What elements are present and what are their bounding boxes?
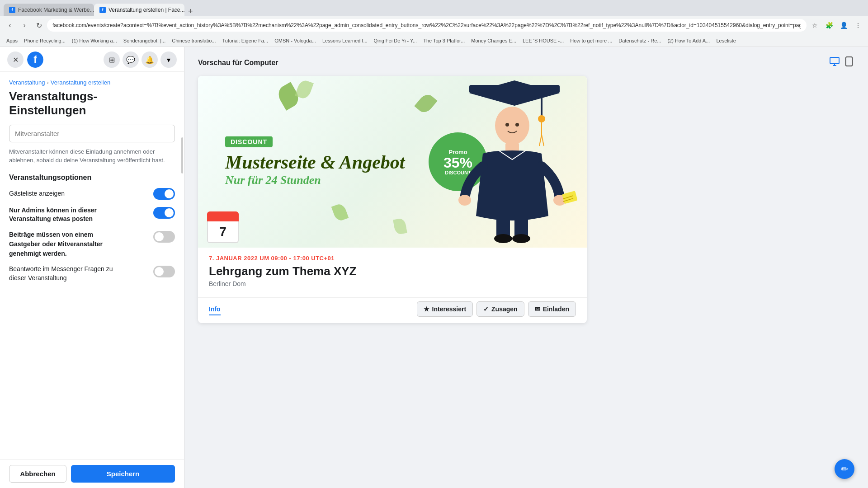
bookmark-5[interactable]: Chinese translatio... [169, 37, 218, 44]
option-approval-row: Beiträge müssen von einemGastgeber oder … [9, 230, 175, 258]
fb-logo-area: ✕ f [7, 52, 43, 68]
pen-icon: ✏ [841, 464, 849, 474]
bookmark-4[interactable]: Sonderangebot! |... [121, 37, 168, 44]
fb-icon-bar: ✕ f ⊞ 💬 🔔 ▾ [0, 47, 184, 72]
svg-point-14 [458, 195, 471, 206]
svg-line-9 [542, 135, 544, 146]
left-panel-footer: Abbrechen Speichern [0, 459, 184, 488]
page-title: Veranstaltungs- Einstellungen [9, 89, 175, 117]
left-panel-body: Veranstaltung › Veranstaltung erstellen … [0, 72, 184, 459]
cancel-button[interactable]: Abbrechen [9, 465, 66, 483]
grid-icon: ⊞ [109, 56, 115, 64]
messenger-icon-btn[interactable]: 💬 [123, 52, 139, 68]
breadcrumb: Veranstaltung › Veranstaltung erstellen [9, 79, 175, 86]
close-icon: ✕ [13, 56, 19, 64]
attend-label: Zusagen [491, 305, 518, 313]
calendar-top [207, 211, 239, 221]
fb-nav-icons: ⊞ 💬 🔔 ▾ [104, 52, 177, 68]
toggle-approval[interactable] [153, 231, 175, 243]
tab-2[interactable]: f Veranstaltung erstellen | Face... ✕ [94, 4, 184, 16]
svg-point-21 [494, 234, 512, 243]
desktop-icon [829, 56, 840, 67]
right-panel: Vorschau für Computer [184, 47, 868, 488]
bookmark-12[interactable]: LEE 'S HOUSE -... [520, 37, 566, 44]
toggle-messenger[interactable] [153, 266, 175, 277]
forward-button[interactable]: › [18, 19, 31, 32]
interested-button[interactable]: ★ Interessiert [417, 301, 473, 317]
menu-button[interactable]: ⋮ [852, 19, 864, 32]
edit-pen-button[interactable]: ✏ [835, 459, 854, 479]
breadcrumb-current: Veranstaltung erstellen [51, 79, 110, 86]
page-title-line2: Einstellungen [9, 103, 86, 117]
invite-label: Einladen [543, 305, 569, 313]
bookmark-3[interactable]: (1) How Working a... [69, 37, 120, 44]
address-input[interactable] [47, 19, 807, 32]
bell-icon-btn[interactable]: 🔔 [142, 52, 158, 68]
tab-1[interactable]: f Facebook Marketing & Werbe... ✕ [4, 4, 94, 16]
chevron-icon-btn[interactable]: ▾ [160, 52, 177, 68]
check-icon: ✓ [483, 305, 489, 313]
leaf-5 [393, 218, 407, 235]
new-tab-button[interactable]: + [184, 7, 197, 16]
bookmark-leseliste[interactable]: Leseliste [713, 37, 738, 44]
extension-button[interactable]: 🧩 [823, 19, 835, 32]
bookmark-11[interactable]: Money Changes E... [468, 37, 519, 44]
preview-header: Vorschau für Computer [198, 56, 854, 70]
graduation-svg [442, 76, 578, 248]
svg-marker-4 [469, 80, 560, 106]
svg-point-11 [505, 123, 509, 127]
bookmark-apps[interactable]: Apps [4, 37, 20, 44]
svg-point-12 [515, 123, 519, 127]
breadcrumb-parent[interactable]: Veranstaltung [9, 79, 45, 86]
mobile-view-button[interactable] [844, 56, 854, 70]
invite-button[interactable]: ✉ Einladen [528, 301, 576, 317]
close-icon-btn[interactable]: ✕ [7, 52, 24, 68]
star-icon: ★ [424, 305, 429, 313]
bookmark-15[interactable]: (2) How To Add A... [665, 37, 712, 44]
profile-button[interactable]: 👤 [837, 19, 850, 32]
toggle-messenger-slider [153, 266, 175, 277]
bookmark-button[interactable]: ☆ [808, 19, 821, 32]
option-admin-only-label: Nur Admins können in dieserVeranstaltung… [9, 206, 153, 224]
bookmark-2[interactable]: Phone Recycling... [21, 37, 68, 44]
banner-text-block: DISCOUNT Musterseite & Angebot Nur für 2… [225, 136, 405, 187]
attend-button[interactable]: ✓ Zusagen [476, 301, 524, 317]
breadcrumb-separator: › [47, 79, 49, 86]
cohost-input[interactable] [9, 125, 175, 142]
chevron-down-icon: ▾ [167, 56, 170, 64]
svg-point-22 [512, 234, 530, 243]
tab-2-label: Veranstaltung erstellen | Face... [108, 7, 184, 13]
event-info: 7. JANUAR 2022 UM 09:00 - 17:00 UTC+01 L… [198, 248, 587, 297]
option-approval-label: Beiträge müssen von einemGastgeber oder … [9, 230, 153, 258]
fb-logo-btn[interactable]: f [27, 52, 43, 68]
bookmark-6[interactable]: Tutorial: Eigene Fa... [219, 37, 271, 44]
bookmark-14[interactable]: Datenschutz - Re... [616, 37, 664, 44]
grid-icon-btn[interactable]: ⊞ [104, 52, 120, 68]
discount-badge: DISCOUNT [225, 136, 273, 147]
banner-main-text: Musterseite & Angebot [225, 151, 405, 174]
bookmark-7[interactable]: GMSN - Vologda... [272, 37, 319, 44]
save-button[interactable]: Speichern [71, 465, 175, 483]
reload-button[interactable]: ↻ [33, 19, 45, 32]
toggle-admin-only[interactable] [153, 207, 175, 219]
address-bar-row: ‹ › ↻ ☆ 🧩 👤 ⋮ [0, 16, 868, 34]
toggle-guest-list-slider [153, 188, 175, 200]
event-date: 7. JANUAR 2022 UM 09:00 - 17:00 UTC+01 [209, 255, 576, 262]
tab-info[interactable]: Info [209, 304, 221, 315]
browser-actions: ☆ 🧩 👤 ⋮ [808, 19, 864, 32]
interested-label: Interessiert [432, 305, 466, 313]
bookmark-10[interactable]: The Top 3 Platfor... [420, 37, 467, 44]
toggle-guest-list[interactable] [153, 188, 175, 200]
option-messenger-label: Beantworte im Messenger Fragen zudieser … [9, 265, 153, 282]
bookmark-13[interactable]: How to get more ... [567, 37, 615, 44]
bookmark-8[interactable]: Lessons Learned f... [320, 37, 370, 44]
scrollbar [181, 137, 183, 174]
browser-chrome: f Facebook Marketing & Werbe... ✕ f Vera… [0, 0, 868, 47]
option-guest-list-label: Gästeliste anzeigen [9, 189, 153, 198]
desktop-view-button[interactable] [829, 56, 840, 70]
bookmark-9[interactable]: Qing Fei De Yi - Y... [371, 37, 420, 44]
back-button[interactable]: ‹ [4, 19, 16, 32]
toggle-admin-only-slider [153, 207, 175, 219]
svg-rect-5 [541, 93, 542, 116]
calendar-day: 7 [207, 221, 239, 243]
